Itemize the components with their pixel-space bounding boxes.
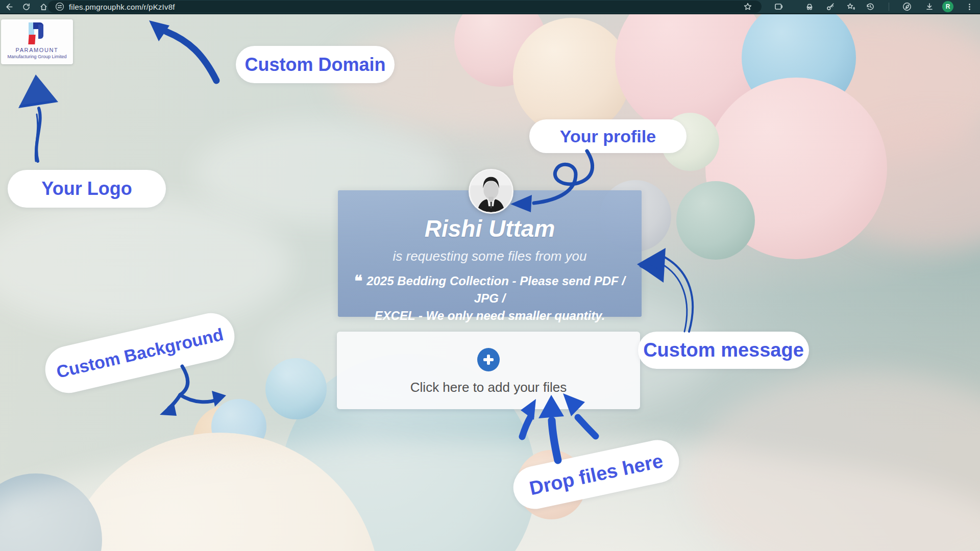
- history-icon[interactable]: [866, 2, 875, 11]
- annotation-your-logo: Your Logo: [8, 170, 166, 208]
- url-text[interactable]: files.pmgrouphk.com/r/pKzIv8f: [69, 3, 743, 11]
- add-files-plus-icon[interactable]: [477, 348, 500, 371]
- annotation-custom-domain: Custom Domain: [236, 46, 395, 83]
- background-cloud: [689, 371, 980, 551]
- background-cloud: [0, 198, 291, 331]
- bookmark-star-icon[interactable]: [743, 2, 752, 11]
- request-subtitle: is requesting some files from you: [338, 248, 642, 264]
- profile-avatar-photo: [469, 169, 513, 214]
- custom-message-text: ❝2025 Bedding Collection - Please send P…: [338, 272, 642, 324]
- requester-name: Rishi Uttam: [338, 215, 642, 242]
- annotation-custom-message: Custom message: [638, 332, 809, 369]
- background-sphere: [676, 181, 755, 260]
- company-logo-tagline: Manufacturing Group Limited: [1, 54, 73, 59]
- performance-leaf-icon[interactable]: [902, 2, 912, 11]
- background-sphere: [513, 18, 630, 135]
- starred-sparkle-icon[interactable]: [846, 2, 855, 11]
- reload-icon[interactable]: [21, 2, 31, 11]
- company-logo: PARAMOUNT Manufacturing Group Limited: [1, 19, 73, 64]
- custom-background-arrow: [180, 366, 188, 395]
- address-bar[interactable]: files.pmgrouphk.com/r/pKzIv8f: [48, 1, 762, 13]
- company-logo-name: PARAMOUNT: [1, 47, 73, 53]
- toolbar-divider: [889, 3, 889, 11]
- file-dropzone[interactable]: Click here to add your files: [337, 332, 640, 409]
- password-key-icon[interactable]: [826, 2, 835, 11]
- dropzone-label: Click here to add your files: [410, 380, 567, 395]
- browser-profile-avatar[interactable]: R: [942, 1, 953, 12]
- back-icon[interactable]: [4, 2, 13, 11]
- custom-domain-arrow: [166, 32, 216, 81]
- company-logo-mark-icon: [29, 22, 46, 46]
- side-panel-icon[interactable]: [774, 2, 783, 11]
- drop-files-arrow: [578, 417, 596, 436]
- annotation-your-profile: Your profile: [529, 119, 687, 153]
- page-viewport: PARAMOUNT Manufacturing Group Limited Ri…: [0, 14, 980, 551]
- extension-cart-icon[interactable]: [805, 2, 814, 11]
- browser-toolbar: files.pmgrouphk.com/r/pKzIv8f R: [0, 0, 980, 14]
- menu-kebab-icon[interactable]: [965, 2, 974, 11]
- downloads-icon[interactable]: [925, 2, 934, 11]
- your-logo-arrow: [36, 108, 40, 161]
- site-info-icon[interactable]: [55, 2, 64, 11]
- quote-icon: ❝: [354, 272, 362, 289]
- home-icon[interactable]: [39, 2, 48, 11]
